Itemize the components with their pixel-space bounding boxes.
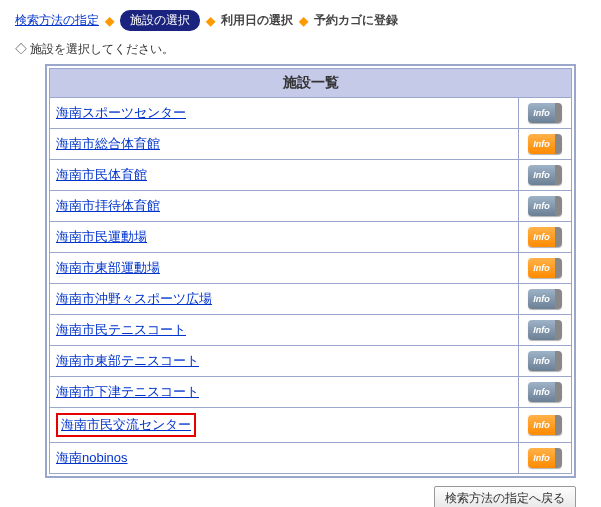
table-row: 海南市民交流センターInfo [50,408,572,443]
table-row: 海南スポーツセンターInfo [50,98,572,129]
info-cell: Info [519,160,572,191]
table-header: 施設一覧 [50,69,572,98]
instruction-text: ◇ 施設を選択してください。 [15,41,586,58]
info-icon: Info [528,165,555,185]
facility-link[interactable]: 海南市民交流センター [61,417,191,432]
info-cell: Info [519,222,572,253]
facility-link[interactable]: 海南市東部テニスコート [56,353,199,368]
facility-name-cell: 海南市民体育館 [50,160,519,191]
table-row: 海南市民テニスコートInfo [50,315,572,346]
info-button[interactable]: Info [528,258,562,278]
info-icon: Info [528,320,555,340]
facility-link[interactable]: 海南市拝待体育館 [56,198,160,213]
info-icon: Info [528,448,555,468]
facility-link[interactable]: 海南市民テニスコート [56,322,186,337]
info-cell: Info [519,315,572,346]
table-row: 海南市民体育館Info [50,160,572,191]
facility-name-cell: 海南市東部運動場 [50,253,519,284]
info-button-tab [555,351,562,371]
table-row: 海南市総合体育館Info [50,129,572,160]
facility-name-cell: 海南市民交流センター [50,408,519,443]
table-row: 海南市拝待体育館Info [50,191,572,222]
info-button[interactable]: Info [528,289,562,309]
table-row: 海南市沖野々スポーツ広場Info [50,284,572,315]
info-button[interactable]: Info [528,351,562,371]
info-button-tab [555,196,562,216]
table-row: 海南市民運動場Info [50,222,572,253]
info-cell: Info [519,408,572,443]
info-button-tab [555,134,562,154]
info-icon: Info [528,289,555,309]
info-button[interactable]: Info [528,103,562,123]
breadcrumb: 検索方法の指定 ◆ 施設の選択 ◆ 利用日の選択 ◆ 予約カゴに登録 [15,10,586,31]
facility-link[interactable]: 海南市東部運動場 [56,260,160,275]
info-button-tab [555,165,562,185]
info-button-tab [555,103,562,123]
table-row: 海南市東部運動場Info [50,253,572,284]
info-icon: Info [528,103,555,123]
facility-table-container: 施設一覧 海南スポーツセンターInfo海南市総合体育館Info海南市民体育館In… [45,64,576,478]
chevron-right-icon: ◆ [299,14,308,28]
facility-name-cell: 海南市拝待体育館 [50,191,519,222]
info-cell: Info [519,443,572,474]
info-cell: Info [519,346,572,377]
info-button-tab [555,382,562,402]
info-button[interactable]: Info [528,415,562,435]
highlight-box: 海南市民交流センター [56,413,196,437]
chevron-right-icon: ◆ [206,14,215,28]
info-icon: Info [528,196,555,216]
chevron-right-icon: ◆ [105,14,114,28]
info-button[interactable]: Info [528,196,562,216]
table-row: 海南市下津テニスコートInfo [50,377,572,408]
facility-link[interactable]: 海南市下津テニスコート [56,384,199,399]
facility-link[interactable]: 海南nobinos [56,450,128,465]
info-button-tab [555,258,562,278]
info-cell: Info [519,129,572,160]
info-button-tab [555,289,562,309]
facility-name-cell: 海南市総合体育館 [50,129,519,160]
info-icon: Info [528,351,555,371]
facility-link[interactable]: 海南市沖野々スポーツ広場 [56,291,212,306]
info-button-tab [555,415,562,435]
facility-name-cell: 海南市民テニスコート [50,315,519,346]
breadcrumb-step-1[interactable]: 検索方法の指定 [15,12,99,29]
facility-name-cell: 海南市東部テニスコート [50,346,519,377]
info-cell: Info [519,377,572,408]
info-icon: Info [528,382,555,402]
info-icon: Info [528,134,555,154]
info-cell: Info [519,253,572,284]
info-button[interactable]: Info [528,134,562,154]
breadcrumb-step-2-current: 施設の選択 [120,10,200,31]
table-row: 海南nobinosInfo [50,443,572,474]
info-icon: Info [528,415,555,435]
table-row: 海南市東部テニスコートInfo [50,346,572,377]
facility-link[interactable]: 海南市総合体育館 [56,136,160,151]
info-cell: Info [519,284,572,315]
info-cell: Info [519,98,572,129]
facility-name-cell: 海南市民運動場 [50,222,519,253]
info-button[interactable]: Info [528,165,562,185]
facility-name-cell: 海南スポーツセンター [50,98,519,129]
info-icon: Info [528,227,555,247]
info-button[interactable]: Info [528,382,562,402]
info-button-tab [555,227,562,247]
info-button[interactable]: Info [528,227,562,247]
breadcrumb-step-4: 予約カゴに登録 [314,12,398,29]
facility-name-cell: 海南nobinos [50,443,519,474]
facility-name-cell: 海南市下津テニスコート [50,377,519,408]
info-button[interactable]: Info [528,320,562,340]
info-button-tab [555,320,562,340]
facility-name-cell: 海南市沖野々スポーツ広場 [50,284,519,315]
facility-link[interactable]: 海南市民体育館 [56,167,147,182]
info-button-tab [555,448,562,468]
breadcrumb-step-3: 利用日の選択 [221,12,293,29]
facility-link[interactable]: 海南市民運動場 [56,229,147,244]
info-icon: Info [528,258,555,278]
facility-link[interactable]: 海南スポーツセンター [56,105,186,120]
info-cell: Info [519,191,572,222]
info-button[interactable]: Info [528,448,562,468]
back-button[interactable]: 検索方法の指定へ戻る [434,486,576,507]
